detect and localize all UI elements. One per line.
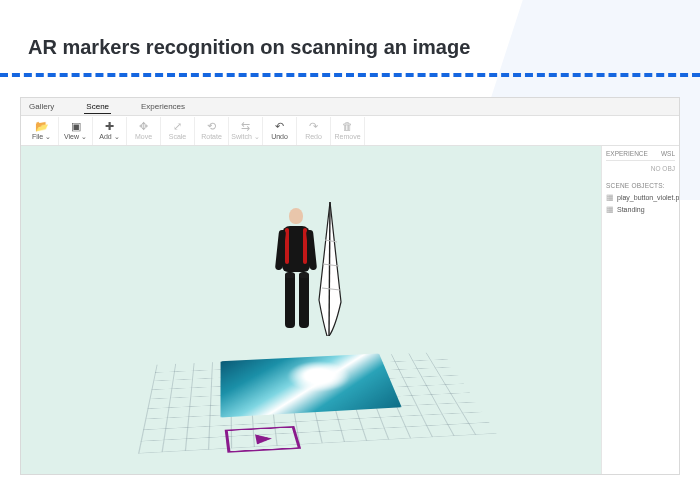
move-button[interactable]: ✥Move <box>127 117 161 145</box>
redo-icon: ↷ <box>309 121 318 132</box>
tab-gallery[interactable]: Gallery <box>27 100 56 113</box>
redo-button[interactable]: ↷Redo <box>297 117 331 145</box>
move-icon: ✥ <box>139 121 148 132</box>
object-icon: ▦ <box>606 193 614 202</box>
rotate-button[interactable]: ⟲Rotate <box>195 117 229 145</box>
rotate-icon: ⟲ <box>207 121 216 132</box>
undo-icon: ↶ <box>275 121 284 132</box>
windsurf-sail[interactable] <box>317 202 343 336</box>
scale-button[interactable]: ⤢Scale <box>161 117 195 145</box>
editor-window: Gallery Scene Experiences 📂File ⌄ ▣View … <box>20 97 680 475</box>
folder-open-icon: 📂 <box>35 121 49 132</box>
divider-dashed <box>0 73 700 77</box>
top-tabs: Gallery Scene Experiences <box>21 98 679 116</box>
scene-object-item[interactable]: ▦play_button_violet.png <box>606 193 675 202</box>
switch-icon: ⇆ <box>241 121 250 132</box>
file-button[interactable]: 📂File ⌄ <box>25 117 59 145</box>
object-icon: ▦ <box>606 205 614 214</box>
toolbar: 📂File ⌄ ▣View ⌄ ✚Add ⌄ ✥Move ⤢Scale ⟲Rot… <box>21 116 679 146</box>
view-button[interactable]: ▣View ⌄ <box>59 117 93 145</box>
tab-experiences[interactable]: Experiences <box>139 100 187 113</box>
tab-scene[interactable]: Scene <box>84 100 111 114</box>
layers-icon: ▣ <box>71 121 81 132</box>
sidetab-experience[interactable]: EXPERIENCE <box>606 150 648 157</box>
undo-button[interactable]: ↶Undo <box>263 117 297 145</box>
marker-image-wave[interactable] <box>220 354 401 418</box>
svg-line-0 <box>329 202 330 336</box>
plus-circle-icon: ✚ <box>105 121 114 132</box>
play-icon <box>255 434 273 445</box>
sidetab-wsl[interactable]: WSL <box>661 150 675 157</box>
scene-objects-heading: SCENE OBJECTS: <box>606 182 675 189</box>
avatar-standing[interactable] <box>271 208 321 336</box>
workspace: EXPERIENCE WSL NO OBJ SCENE OBJECTS: ▦pl… <box>21 146 679 474</box>
switch-button[interactable]: ⇆Switch ⌄ <box>229 117 263 145</box>
page-title: AR markers recognition on scanning an im… <box>0 0 700 73</box>
3d-viewport[interactable] <box>21 146 601 474</box>
remove-button[interactable]: 🗑Remove <box>331 117 365 145</box>
scene-object-item[interactable]: ▦Standing <box>606 205 675 214</box>
no-object-label: NO OBJ <box>606 165 675 172</box>
add-button[interactable]: ✚Add ⌄ <box>93 117 127 145</box>
play-button-marker[interactable] <box>225 426 301 453</box>
trash-icon: 🗑 <box>342 121 353 132</box>
side-panel: EXPERIENCE WSL NO OBJ SCENE OBJECTS: ▦pl… <box>601 146 679 474</box>
scale-icon: ⤢ <box>173 121 182 132</box>
